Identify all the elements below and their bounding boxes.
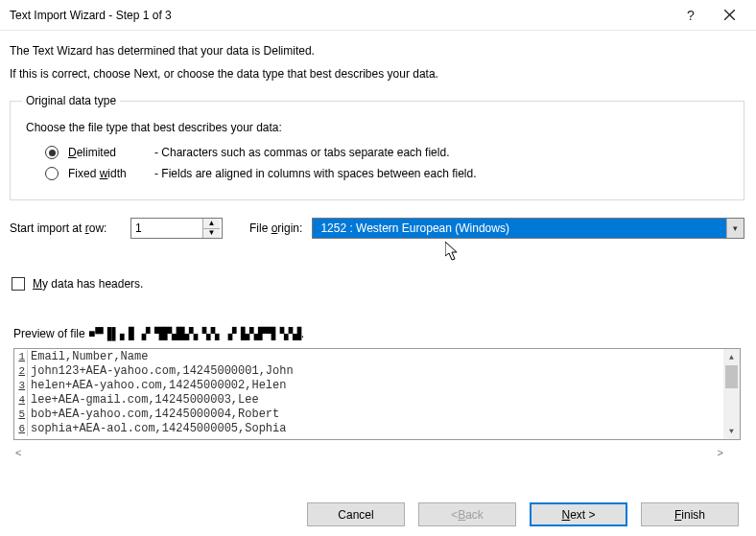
spinner-up-icon[interactable]: ▲ — [203, 219, 220, 229]
import-row-controls: Start import at row: ▲ ▼ File origin: 12… — [10, 218, 744, 239]
window-title: Text Import Wizard - Step 1 of 3 — [10, 9, 672, 22]
preview-lines: 1Email,Number,Name 2john123+AEA-yahoo.co… — [14, 349, 740, 436]
preview-label: Preview of file ■▀▐▌▖▋▗▘▜▛▟▙▚▝▞▖▗▘▙▚▛▜▝▞… — [13, 327, 744, 340]
dialog-content: The Text Wizard has determined that your… — [0, 31, 756, 470]
headers-checkbox[interactable] — [12, 277, 25, 291]
scroll-down-icon[interactable]: ▼ — [723, 423, 740, 439]
preview-line: 4lee+AEA-gmail.com,14245000003,Lee — [14, 393, 740, 408]
scroll-thumb[interactable] — [725, 365, 738, 388]
preview-box: 1Email,Number,Name 2john123+AEA-yahoo.co… — [13, 348, 741, 440]
radio-fixed[interactable] — [45, 167, 59, 180]
intro-line-1: The Text Wizard has determined that your… — [10, 40, 744, 63]
group-legend: Original data type — [22, 94, 120, 107]
headers-checkbox-label: My data has headers. — [33, 277, 143, 291]
file-origin-label: File origin: — [249, 221, 302, 235]
preview-line: 1Email,Number,Name — [14, 350, 740, 364]
preview-line: 2john123+AEA-yahoo.com,14245000001,John — [14, 364, 740, 379]
preview-hscrollbar[interactable]: < > — [15, 444, 723, 460]
scroll-up-icon[interactable]: ▲ — [723, 349, 740, 365]
back-button: < Back — [418, 502, 516, 526]
preview-filename: ■▀▐▌▖▋▗▘▜▛▟▙▚▝▞▖▗▘▙▚▛▜▝▞▟. — [88, 327, 304, 340]
file-origin-dropdown[interactable]: 1252 : Western European (Windows) ▾ — [312, 218, 744, 239]
radio-fixed-label: Fixed width — [68, 167, 149, 180]
preview-line: 3helen+AEA-yahoo.com,14245000002,Helen — [14, 379, 740, 393]
radio-delimited-desc: - Characters such as commas or tabs sepa… — [154, 146, 449, 159]
spinner-down-icon[interactable]: ▼ — [203, 229, 220, 239]
scroll-right-icon[interactable]: > — [718, 447, 723, 458]
group-prompt: Choose the file type that best describes… — [22, 117, 732, 144]
next-button[interactable]: Next > — [530, 502, 627, 526]
start-row-spinner[interactable]: ▲ ▼ — [130, 218, 223, 239]
start-row-input[interactable] — [131, 219, 202, 238]
spinner-arrows[interactable]: ▲ ▼ — [202, 219, 220, 238]
scroll-left-icon[interactable]: < — [15, 447, 21, 458]
radio-delimited-row[interactable]: Delimited - Characters such as commas or… — [22, 144, 732, 165]
scroll-track[interactable] — [723, 365, 740, 423]
start-row-label: Start import at row: — [10, 221, 121, 235]
finish-button[interactable]: Finish — [641, 502, 739, 526]
button-row: Cancel < Back Next > Finish — [0, 502, 756, 526]
preview-vscrollbar[interactable]: ▲ ▼ — [723, 349, 740, 439]
original-data-type-group: Original data type Choose the file type … — [10, 94, 744, 200]
preview-line: 5bob+AEA-yahoo.com,14245000004,Robert — [14, 408, 740, 422]
help-button[interactable]: ? — [672, 0, 710, 31]
titlebar: Text Import Wizard - Step 1 of 3 ? — [0, 0, 756, 31]
chevron-down-icon[interactable]: ▾ — [726, 219, 744, 238]
close-button[interactable] — [710, 0, 748, 31]
radio-delimited[interactable] — [45, 146, 59, 159]
cancel-button[interactable]: Cancel — [307, 502, 405, 526]
headers-checkbox-row[interactable]: My data has headers. — [12, 277, 744, 291]
radio-delimited-label: Delimited — [68, 146, 149, 159]
radio-fixed-row[interactable]: Fixed width - Fields are aligned in colu… — [22, 165, 732, 186]
radio-fixed-desc: - Fields are aligned in columns with spa… — [154, 167, 477, 180]
preview-line: 6sophia+AEA-aol.com,14245000005,Sophia — [14, 422, 740, 436]
file-origin-value: 1252 : Western European (Windows) — [313, 219, 726, 238]
intro-line-2: If this is correct, choose Next, or choo… — [10, 63, 744, 94]
